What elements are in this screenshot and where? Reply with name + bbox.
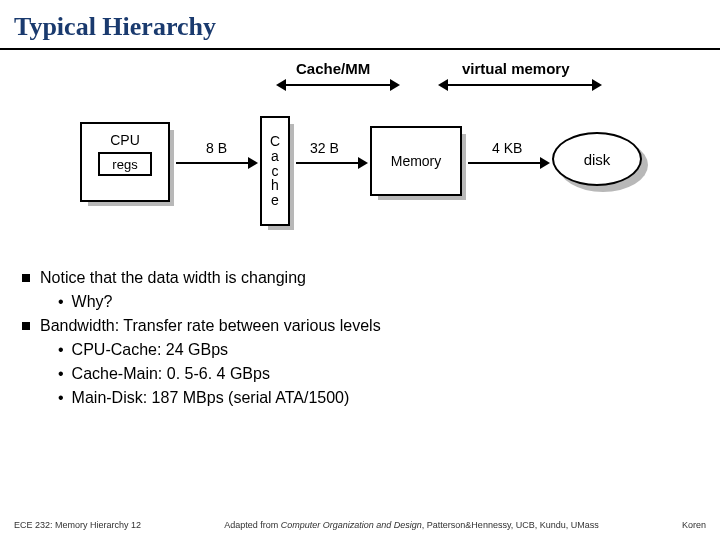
label-cache-mm: Cache/MM xyxy=(296,60,370,77)
hierarchy-diagram: CPU regs 8 B C a c h e 32 B Memory 4 KB … xyxy=(0,116,720,256)
cache-box: C a c h e xyxy=(260,116,290,226)
link-cache-memory: 32 B xyxy=(296,162,366,164)
label-virtual-memory: virtual memory xyxy=(462,60,570,77)
page-title: Typical Hierarchy xyxy=(0,0,720,48)
bullet-why: •Why? xyxy=(58,290,720,314)
top-label-row: Cache/MM virtual memory xyxy=(0,60,720,110)
bullet-notice: Notice that the data width is changing xyxy=(22,266,720,290)
link-cpu-cache: 8 B xyxy=(176,162,256,164)
title-rule xyxy=(0,48,720,50)
link-cpu-cache-label: 8 B xyxy=(206,140,227,156)
link-cache-memory-label: 32 B xyxy=(310,140,339,156)
bullet-bandwidth: Bandwidth: Transfer rate between various… xyxy=(22,314,720,338)
regs-box: regs xyxy=(98,152,152,176)
bullet-cpu-cache: •CPU-Cache: 24 GBps xyxy=(58,338,720,362)
cpu-box: CPU regs xyxy=(80,122,170,202)
disk-box: disk xyxy=(552,132,642,186)
footer-center: Adapted from Computer Organization and D… xyxy=(141,520,682,530)
memory-label: Memory xyxy=(391,153,442,169)
footer-right: Koren xyxy=(682,520,706,530)
cache-label: C a c h e xyxy=(270,134,280,207)
cpu-label: CPU xyxy=(82,132,168,148)
link-memory-disk: 4 KB xyxy=(468,162,548,164)
arrow-virtual-memory xyxy=(440,84,600,86)
footer: ECE 232: Memory Hierarchy 12 Adapted fro… xyxy=(0,520,720,530)
link-memory-disk-label: 4 KB xyxy=(492,140,522,156)
footer-left: ECE 232: Memory Hierarchy 12 xyxy=(14,520,141,530)
bullet-cache-main: •Cache-Main: 0. 5-6. 4 GBps xyxy=(58,362,720,386)
bullet-list: Notice that the data width is changing •… xyxy=(22,266,720,410)
memory-box: Memory xyxy=(370,126,462,196)
disk-label: disk xyxy=(584,151,611,168)
bullet-main-disk: •Main-Disk: 187 MBps (serial ATA/1500) xyxy=(58,386,720,410)
arrow-cache-mm xyxy=(278,84,398,86)
